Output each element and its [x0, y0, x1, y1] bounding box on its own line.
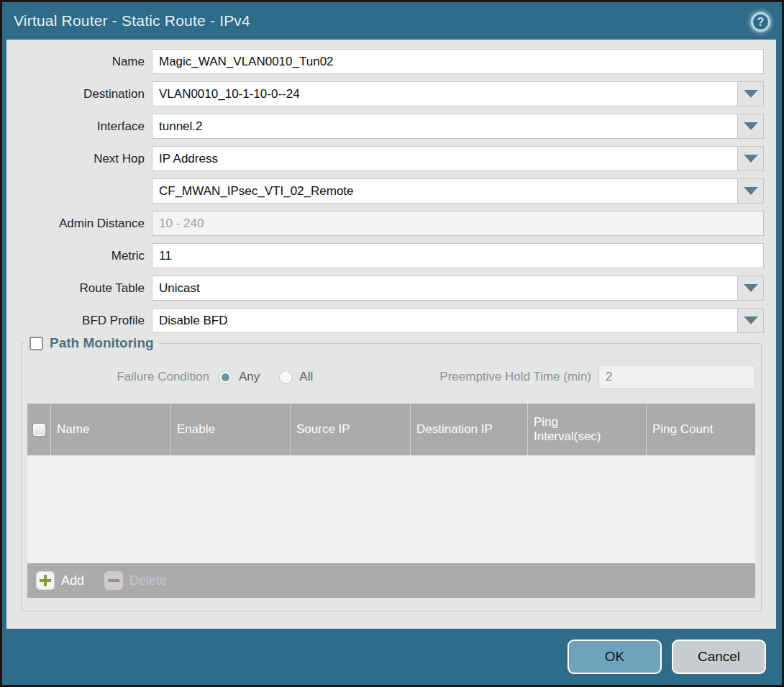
form-row-route-table: Route Table [6, 276, 764, 301]
name-label: Name [6, 55, 152, 69]
route-table-label: Route Table [6, 281, 152, 296]
form-row-destination: Destination [6, 81, 764, 106]
add-button[interactable]: Add [36, 571, 84, 590]
next-hop-dropdown-button[interactable] [738, 146, 764, 171]
path-monitoring-legend: Path Monitoring [24, 335, 159, 351]
dialog-content: Name Destination Interface Next Hop [6, 40, 776, 629]
chevron-down-icon [744, 90, 758, 98]
interface-label: Interface [6, 119, 152, 134]
next-hop-type-input[interactable] [152, 146, 738, 171]
destination-input[interactable] [152, 81, 738, 106]
dialog-title: Virtual Router - Static Route - IPv4 [14, 12, 250, 29]
plus-icon [36, 571, 55, 590]
failure-condition-any-option[interactable]: Any [219, 370, 260, 384]
static-route-dialog: Virtual Router - Static Route - IPv4 ? N… [0, 0, 784, 687]
delete-button[interactable]: Delete [104, 571, 167, 590]
path-monitoring-checkbox[interactable] [29, 337, 43, 350]
chevron-down-icon [744, 284, 758, 292]
form-row-metric: Metric [6, 243, 764, 268]
failure-condition-all-option[interactable]: All [279, 370, 313, 384]
radio-any[interactable] [219, 370, 232, 384]
next-hop-address-input[interactable] [152, 178, 738, 204]
help-icon[interactable]: ? [751, 12, 770, 32]
table-header-row: Name Enable Source IP Destination IP Pin… [27, 404, 755, 455]
dialog-titlebar: Virtual Router - Static Route - IPv4 ? [2, 2, 782, 40]
failure-condition-row: Failure Condition Any All Preemptive Hol… [27, 364, 755, 390]
failure-condition-label: Failure Condition [27, 370, 219, 384]
preemptive-hold-time-input [598, 365, 755, 389]
table-header-ping-count: Ping Count [646, 404, 755, 455]
destination-label: Destination [6, 87, 152, 101]
delete-button-label: Delete [129, 573, 167, 588]
form-row-bfd-profile: BFD Profile [6, 308, 764, 333]
chevron-down-icon [744, 187, 758, 195]
form-row-interface: Interface [6, 114, 764, 139]
chevron-down-icon [744, 155, 758, 163]
table-header-checkbox-cell [27, 404, 50, 455]
table-header-enable: Enable [170, 404, 290, 455]
form-row-next-hop: Next Hop [6, 146, 764, 171]
table-header-ping-interval: Ping Interval(sec) [527, 404, 646, 455]
select-all-checkbox[interactable] [33, 424, 45, 436]
radio-any-label: Any [239, 370, 260, 384]
route-table-dropdown-button[interactable] [738, 276, 764, 301]
path-monitoring-title: Path Monitoring [50, 335, 154, 351]
form-row-name: Name [6, 49, 764, 74]
preemptive-hold-time: Preemptive Hold Time (min) [439, 365, 755, 389]
next-hop-address-dropdown-button[interactable] [738, 178, 764, 204]
cancel-button[interactable]: Cancel [672, 640, 766, 674]
table-empty-body [27, 455, 755, 563]
path-monitoring-section: Path Monitoring Failure Condition Any Al… [21, 343, 762, 611]
interface-dropdown-button[interactable] [738, 114, 764, 139]
interface-input[interactable] [152, 114, 738, 139]
minus-icon [104, 571, 123, 590]
metric-label: Metric [6, 249, 152, 263]
radio-all[interactable] [279, 370, 293, 384]
chevron-down-icon [744, 122, 758, 130]
dialog-footer: OK Cancel [2, 629, 782, 685]
form-row-next-hop-address [6, 178, 764, 204]
table-header-source-ip: Source IP [290, 404, 410, 455]
path-monitoring-table: Name Enable Source IP Destination IP Pin… [27, 404, 755, 598]
table-header-name: Name [50, 404, 170, 455]
add-button-label: Add [61, 573, 84, 588]
table-header-destination-ip: Destination IP [410, 404, 527, 455]
bfd-profile-dropdown-button[interactable] [738, 308, 764, 333]
radio-selected-dot [222, 373, 229, 381]
destination-dropdown-button[interactable] [738, 81, 764, 106]
ok-button[interactable]: OK [568, 640, 662, 674]
name-input[interactable] [152, 49, 764, 74]
route-table-input[interactable] [152, 276, 738, 301]
chevron-down-icon [744, 317, 758, 324]
form-row-admin-distance: Admin Distance [6, 211, 764, 236]
preemptive-hold-time-label: Preemptive Hold Time (min) [439, 370, 591, 384]
admin-distance-input[interactable] [152, 211, 764, 236]
bfd-profile-input[interactable] [152, 308, 738, 333]
metric-input[interactable] [152, 243, 764, 268]
bfd-profile-label: BFD Profile [6, 314, 152, 328]
radio-all-label: All [299, 370, 313, 384]
table-toolbar: Add Delete [27, 563, 755, 598]
next-hop-label: Next Hop [6, 152, 152, 166]
admin-distance-label: Admin Distance [6, 217, 152, 231]
